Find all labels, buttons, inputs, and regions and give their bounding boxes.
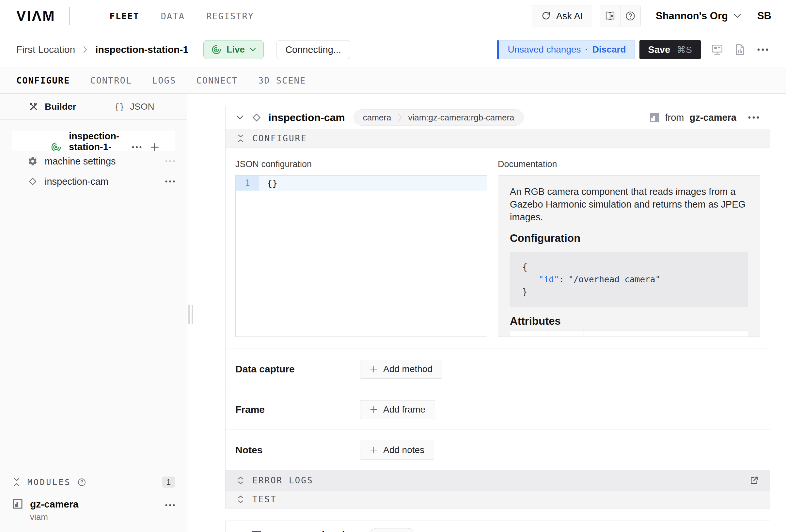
- component-model: viam:gz-camera:rgb-camera: [408, 113, 514, 123]
- component-name: inspection-cam: [268, 112, 345, 124]
- primary-nav: FLEET DATA REGISTRY: [110, 11, 254, 21]
- code-line: "id":"/overhead_camera": [522, 273, 736, 285]
- unsaved-changes-label: Unsaved changes: [508, 44, 581, 55]
- configure-section-bar[interactable]: CONFIGURE: [226, 129, 770, 147]
- documentation-label: Documentation: [498, 159, 760, 169]
- help-icon[interactable]: [621, 6, 641, 26]
- modules-title: MODULES: [27, 478, 71, 487]
- test-title: TEST: [252, 494, 277, 504]
- org-switcher[interactable]: Shannon's Org: [656, 10, 741, 22]
- add-component-icon[interactable]: [150, 143, 159, 152]
- attributes-table: [510, 331, 748, 337]
- header-right: Ask AI: [532, 5, 771, 26]
- help-group: [600, 5, 641, 26]
- expand-icon: [237, 495, 245, 504]
- more-options-icon[interactable]: [754, 41, 771, 58]
- save-button[interactable]: Save ⌘S: [640, 40, 701, 59]
- item-menu-icon[interactable]: [165, 160, 175, 163]
- module-icon: [251, 530, 262, 532]
- ask-ai-button[interactable]: Ask AI: [532, 5, 592, 26]
- sidebar-resize-handle[interactable]: [188, 305, 193, 324]
- module-icon: [649, 112, 660, 123]
- plus-icon: [370, 365, 378, 373]
- tree-item-inspection-cam[interactable]: inspection-cam: [13, 171, 175, 191]
- top-header: VIΛM FLEET DATA REGISTRY Ask AI: [0, 0, 786, 32]
- builder-toggle[interactable]: Builder: [29, 101, 76, 112]
- monitor-icon[interactable]: [709, 41, 725, 58]
- modules-header: MODULES 1: [13, 477, 175, 488]
- live-label: Live: [227, 44, 245, 55]
- error-logs-bar[interactable]: ERROR LOGS: [226, 470, 770, 490]
- nav-fleet[interactable]: FLEET: [110, 11, 139, 21]
- collapse-icon[interactable]: [13, 477, 21, 487]
- viam-logo[interactable]: VIΛM: [16, 8, 55, 24]
- part-actions: [132, 143, 159, 152]
- documentation-panel[interactable]: An RGB camera component that reads image…: [498, 175, 760, 337]
- diamond-icon: [28, 177, 38, 186]
- item-actions: [165, 160, 175, 163]
- json-toggle[interactable]: {} JSON: [114, 101, 154, 112]
- item-actions: [165, 180, 175, 183]
- notes-section: Notes Add notes: [226, 430, 770, 470]
- add-method-button[interactable]: Add method: [360, 360, 442, 378]
- nav-data[interactable]: DATA: [161, 11, 185, 21]
- attributes-table-cell: [584, 331, 636, 337]
- plus-icon: [370, 406, 378, 414]
- collapse-chevron-icon[interactable]: [236, 115, 244, 120]
- documentation-code-block: { "id":"/overhead_camera" }: [510, 252, 748, 307]
- json-config-column: JSON configuration 1 {}: [235, 159, 487, 337]
- collapse-icon: [237, 134, 245, 143]
- modules-count-badge: 1: [162, 477, 175, 488]
- save-shortcut: ⌘S: [677, 44, 692, 55]
- json-config-label: JSON configuration: [235, 159, 487, 169]
- component-type-pill: camera viam:gz-camera:rgb-camera: [353, 109, 524, 126]
- item-menu-icon[interactable]: [165, 180, 175, 183]
- module-type-pill: module: [369, 528, 415, 532]
- machine-name: inspection-station-1: [95, 44, 188, 55]
- tree-item-machine-settings[interactable]: machine settings: [13, 151, 175, 171]
- add-notes-button[interactable]: Add notes: [360, 441, 434, 460]
- connection-status-button[interactable]: Connecting...: [276, 40, 350, 59]
- tab-configure[interactable]: CONFIGURE: [16, 75, 70, 86]
- json-config-editor[interactable]: 1 {}: [235, 175, 487, 337]
- breadcrumb-chevron-icon: [83, 46, 88, 53]
- nav-registry[interactable]: REGISTRY: [206, 11, 254, 21]
- line-number: 1: [236, 176, 259, 191]
- module-card-gz-camera: gz-camera by viam module Registry: [225, 521, 770, 532]
- diamond-icon: [251, 112, 262, 123]
- tab-control[interactable]: CONTROL: [90, 75, 132, 86]
- tree-item-main-part[interactable]: inspection-station-1-main: [13, 131, 175, 151]
- registry-link[interactable]: Registry: [428, 530, 477, 532]
- module-list-item[interactable]: gz-camera viam: [13, 499, 175, 522]
- attributes-table-cell: [548, 331, 584, 337]
- body: Builder {} JSON inspection: [0, 94, 786, 532]
- discard-link[interactable]: Discard: [593, 44, 626, 55]
- part-menu-icon[interactable]: [132, 146, 142, 148]
- from-label: from: [665, 112, 684, 123]
- docs-book-icon[interactable]: [600, 6, 620, 26]
- component-menu-icon[interactable]: [748, 116, 759, 119]
- machine-tabs: CONFIGURE CONTROL LOGS CONNECT 3D SCENE: [0, 67, 786, 94]
- add-notes-label: Add notes: [383, 445, 424, 455]
- save-label: Save: [648, 44, 670, 55]
- avatar[interactable]: SB: [757, 10, 771, 22]
- tab-3d-scene[interactable]: 3D SCENE: [258, 75, 306, 86]
- live-status-dropdown[interactable]: Live: [203, 40, 264, 59]
- module-info: gz-camera viam: [30, 499, 78, 522]
- module-menu-icon[interactable]: [165, 504, 175, 507]
- unsaved-changes-banner: Unsaved changes · Discard: [497, 40, 634, 59]
- separator-dot: ·: [585, 44, 588, 55]
- from-module-name: gz-camera: [690, 112, 736, 123]
- breadcrumb-location[interactable]: First Location: [16, 44, 75, 55]
- part-name: inspection-station-1-main: [69, 131, 132, 151]
- test-bar[interactable]: TEST: [226, 490, 770, 508]
- file-chart-icon[interactable]: [732, 41, 748, 58]
- tab-logs[interactable]: LOGS: [152, 75, 176, 86]
- attributes-table-cell: [636, 331, 748, 337]
- frame-label: Frame: [235, 404, 360, 415]
- tab-connect[interactable]: CONNECT: [196, 75, 238, 86]
- add-frame-button[interactable]: Add frame: [360, 400, 435, 419]
- expand-icon: [237, 476, 245, 485]
- module-card-title: gz-camera by viam: [269, 530, 360, 532]
- open-logs-external-icon[interactable]: [749, 476, 759, 485]
